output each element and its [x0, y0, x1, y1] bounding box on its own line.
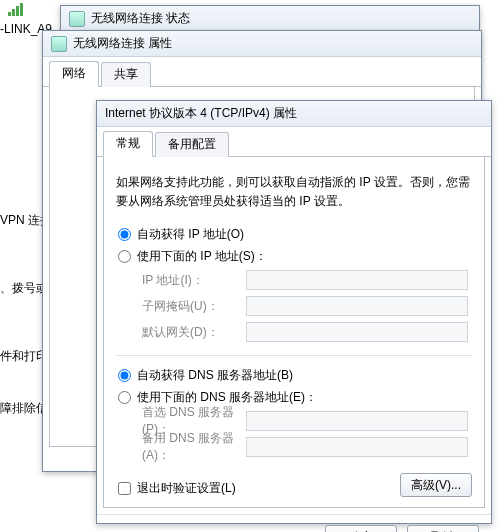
default-gateway-input: [246, 322, 468, 342]
dns-alt-label: 备用 DNS 服务器(A)：: [116, 430, 246, 464]
radio-ip-auto-label: 自动获得 IP 地址(O): [137, 226, 244, 243]
tab-alt-config[interactable]: 备用配置: [155, 132, 229, 157]
titlebar-text: Internet 协议版本 4 (TCP/IPv4) 属性: [105, 105, 297, 122]
subnet-mask-label: 子网掩码(U)：: [116, 298, 246, 315]
cancel-button[interactable]: 取消: [407, 525, 479, 532]
sidebar-dial-text: 、拨号或: [0, 280, 48, 297]
advanced-button[interactable]: 高级(V)...: [400, 473, 472, 497]
tab-general[interactable]: 常规: [103, 131, 153, 157]
radio-ip-manual[interactable]: [118, 250, 131, 263]
tabstrip-ipv4: 常规 备用配置: [97, 133, 491, 157]
dns-alt-input: [246, 437, 468, 457]
wifi-signal-icon: [8, 2, 26, 16]
titlebar-text: 无线网络连接 状态: [91, 10, 190, 27]
titlebar-text: 无线网络连接 属性: [73, 35, 172, 52]
ip-address-label: IP 地址(I)：: [116, 272, 246, 289]
default-gateway-label: 默认网关(D)：: [116, 324, 246, 341]
wifi-icon: [69, 11, 85, 27]
radio-dns-manual[interactable]: [118, 391, 131, 404]
ip-address-input: [246, 270, 468, 290]
ipv4-description: 如果网络支持此功能，则可以获取自动指派的 IP 设置。否则，您需要从网络系统管理…: [116, 173, 472, 211]
wifi-icon: [51, 36, 67, 52]
titlebar-ipv4[interactable]: Internet 协议版本 4 (TCP/IPv4) 属性: [97, 101, 491, 127]
radio-dns-auto-label: 自动获得 DNS 服务器地址(B): [137, 367, 293, 384]
dns-pref-input: [246, 411, 468, 431]
checkbox-validate-label: 退出时验证设置(L): [137, 480, 236, 497]
radio-ip-manual-label: 使用下面的 IP 地址(S)：: [137, 248, 267, 265]
tab-network[interactable]: 网络: [49, 61, 99, 87]
sidebar-print-text: 件和打印: [0, 348, 48, 365]
subnet-mask-input: [246, 296, 468, 316]
tabbody-ipv4: 如果网络支持此功能，则可以获取自动指派的 IP 设置。否则，您需要从网络系统管理…: [103, 157, 485, 508]
tab-share[interactable]: 共享: [101, 62, 151, 87]
button-bar: 确定 取消: [97, 514, 491, 532]
radio-dns-auto[interactable]: [118, 369, 131, 382]
titlebar-wifi-status[interactable]: 无线网络连接 状态: [61, 6, 479, 32]
titlebar-wifi-properties[interactable]: 无线网络连接 属性: [43, 31, 481, 57]
window-ipv4-properties: Internet 协议版本 4 (TCP/IPv4) 属性 常规 备用配置 如果…: [96, 100, 492, 524]
ok-button[interactable]: 确定: [325, 525, 397, 532]
sidebar-trouble-text: 障排除信: [0, 400, 48, 417]
tabstrip-wifi-properties: 网络 共享: [43, 63, 481, 87]
radio-ip-auto[interactable]: [118, 228, 131, 241]
checkbox-validate-on-exit[interactable]: [118, 482, 131, 495]
radio-dns-manual-label: 使用下面的 DNS 服务器地址(E)：: [137, 389, 317, 406]
